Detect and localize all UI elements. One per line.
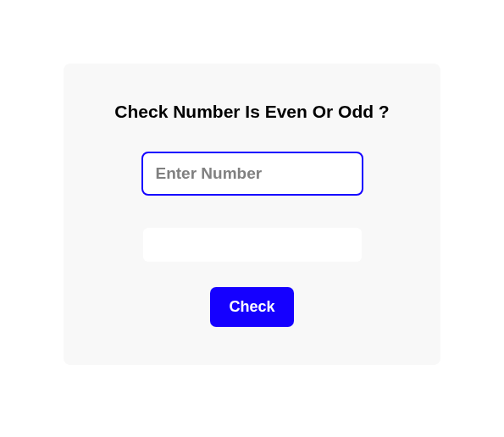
number-input[interactable] <box>141 152 363 196</box>
check-button[interactable]: Check <box>210 287 293 327</box>
even-odd-card: Check Number Is Even Or Odd ? Check <box>64 64 440 365</box>
card-title: Check Number Is Even Or Odd ? <box>114 102 389 122</box>
result-output <box>143 228 362 262</box>
